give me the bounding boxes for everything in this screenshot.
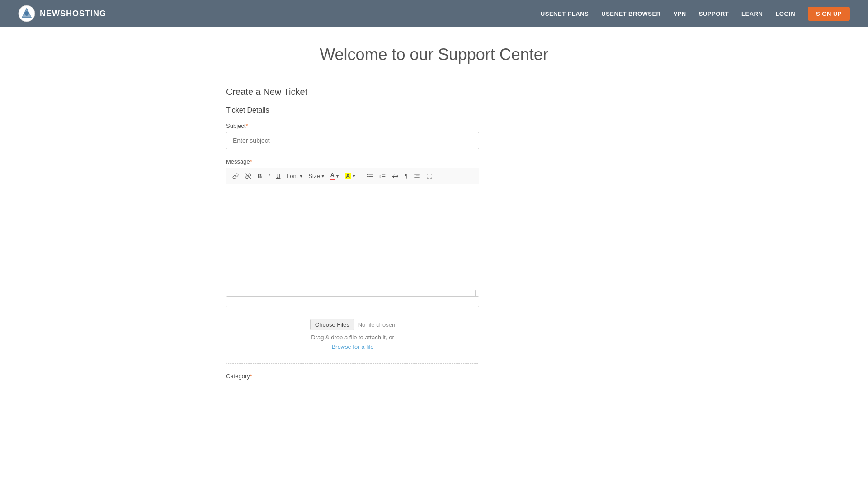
page-content: Welcome to our Support Center Create a N… <box>217 27 651 407</box>
message-editor-body[interactable] <box>226 184 479 288</box>
toolbar-fullscreen-button[interactable] <box>424 172 435 181</box>
svg-rect-17 <box>414 174 420 174</box>
toolbar-italic-button[interactable]: I <box>266 171 272 181</box>
subject-group: Subject* <box>226 122 642 149</box>
svg-rect-5 <box>367 174 368 175</box>
toolbar-bold-button[interactable]: B <box>255 171 264 181</box>
editor-resize-handle[interactable]: ⌠ <box>226 288 479 296</box>
svg-rect-19 <box>414 177 420 178</box>
toolbar-unlink-button[interactable] <box>243 172 254 181</box>
toolbar-link-button[interactable] <box>230 172 241 181</box>
size-dropdown-arrow: ▼ <box>321 174 325 178</box>
bg-color-arrow: ▼ <box>352 174 356 178</box>
font-color-icon: A <box>330 172 335 180</box>
svg-rect-15 <box>382 176 385 177</box>
nav-usenet-plans[interactable]: USENET PLANS <box>541 10 589 17</box>
page-title: Welcome to our Support Center <box>226 45 642 64</box>
nav-support[interactable]: SUPPORT <box>699 10 729 17</box>
outdent-icon <box>414 174 420 179</box>
nav-learn[interactable]: LEARN <box>741 10 763 17</box>
toolbar-ul-button[interactable] <box>364 172 375 181</box>
svg-rect-7 <box>367 177 368 178</box>
subject-input[interactable] <box>226 132 479 149</box>
toolbar-paragraph-button[interactable]: ¶ <box>402 172 410 181</box>
toolbar-font-dropdown[interactable]: Font ▼ <box>284 171 305 181</box>
category-label: Category* <box>226 373 642 380</box>
font-color-arrow: ▼ <box>335 174 340 178</box>
signup-button[interactable]: SIGN UP <box>808 7 850 21</box>
message-label: Message* <box>226 158 642 165</box>
file-upload-area: Choose Files No file chosen Drag & drop … <box>226 306 479 364</box>
nav-links: USENET PLANS USENET BROWSER VPN SUPPORT … <box>541 9 850 18</box>
toolbar-font-color-dropdown[interactable]: A ▼ <box>329 170 341 182</box>
svg-rect-6 <box>367 176 368 177</box>
svg-rect-10 <box>368 178 373 178</box>
bg-color-icon: A <box>345 173 351 179</box>
toolbar-ol-button[interactable]: 1.2.3. <box>377 172 388 181</box>
svg-rect-18 <box>416 175 420 176</box>
message-group: Message* B I U Font <box>226 158 642 297</box>
svg-rect-14 <box>382 174 385 175</box>
nav-vpn[interactable]: VPN <box>674 10 686 17</box>
toolbar-divider-1 <box>361 172 361 180</box>
svg-rect-9 <box>368 176 373 177</box>
svg-rect-8 <box>368 174 373 175</box>
create-ticket-title: Create a New Ticket <box>226 87 642 97</box>
brand-logo-link[interactable]: NEWSHOSTING <box>18 5 106 22</box>
nav-usenet-browser[interactable]: USENET BROWSER <box>601 10 660 17</box>
toolbar-clear-format-button[interactable]: Tx <box>390 172 400 181</box>
file-upload-row: Choose Files No file chosen <box>236 319 470 330</box>
category-group: Category* <box>226 373 642 380</box>
svg-rect-16 <box>382 178 385 178</box>
size-label: Size <box>308 173 320 179</box>
svg-point-3 <box>24 11 29 16</box>
nav-login[interactable]: LOGIN <box>775 10 795 17</box>
ticket-details-title: Ticket Details <box>226 106 642 114</box>
svg-text:3.: 3. <box>380 176 381 178</box>
font-dropdown-arrow: ▼ <box>299 174 303 178</box>
drag-drop-text: Drag & drop a file to attach it, or <box>236 334 470 341</box>
unlink-icon <box>245 173 251 179</box>
ol-icon: 1.2.3. <box>379 173 386 179</box>
choose-files-button[interactable]: Choose Files <box>310 319 354 330</box>
toolbar-outdent-button[interactable] <box>411 172 422 180</box>
fullscreen-icon <box>426 173 433 179</box>
toolbar-size-dropdown[interactable]: Size ▼ <box>307 171 326 181</box>
no-file-text: No file chosen <box>358 321 395 328</box>
toolbar-bg-color-dropdown[interactable]: A ▼ <box>343 171 358 181</box>
logo-icon <box>18 5 35 22</box>
ul-icon <box>367 173 373 179</box>
rich-text-editor: B I U Font ▼ Size ▼ A ▼ <box>226 168 479 297</box>
editor-toolbar: B I U Font ▼ Size ▼ A ▼ <box>226 168 479 184</box>
link-icon <box>232 173 239 179</box>
font-label: Font <box>286 173 298 179</box>
navbar: NEWSHOSTING USENET PLANS USENET BROWSER … <box>0 0 868 27</box>
brand-name: NEWSHOSTING <box>40 9 106 19</box>
browse-link[interactable]: Browse for a file <box>331 343 373 350</box>
toolbar-underline-button[interactable]: U <box>274 171 283 181</box>
subject-label: Subject* <box>226 122 642 129</box>
